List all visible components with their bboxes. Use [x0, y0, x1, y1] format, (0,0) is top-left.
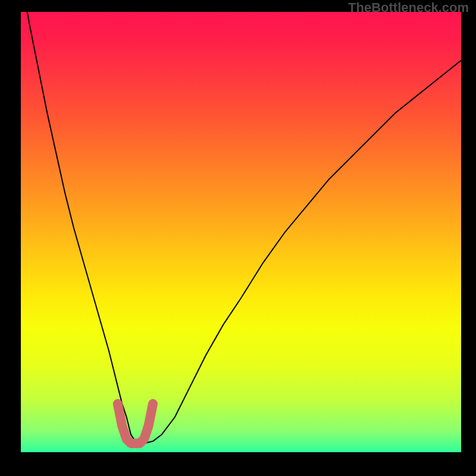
heatmap-background [21, 12, 461, 452]
watermark: TheBottleneck.com [348, 1, 469, 14]
chart-frame: TheBottleneck.com [0, 0, 476, 476]
